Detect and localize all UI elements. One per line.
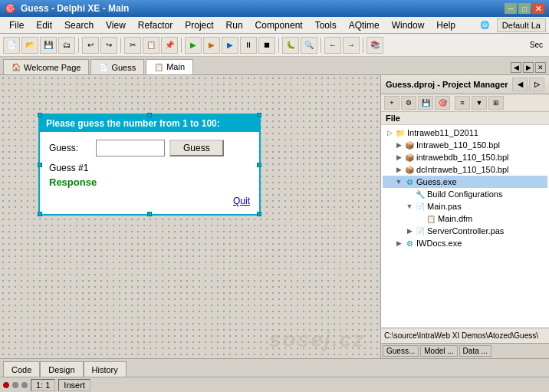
tree-item-intraweb110[interactable]: ▶ 📦 Intraweb_110_150.bpl <box>383 139 547 151</box>
guess-number: Guess #1 <box>49 163 250 173</box>
panel-view-btn[interactable]: ≡ <box>455 96 470 110</box>
panel-footer-path: C:\source\IntraWeb XI Demos\Atozed\Guess… <box>383 331 540 340</box>
guess-input[interactable] <box>96 140 165 156</box>
expand-server-controller[interactable]: ▶ <box>404 227 415 235</box>
toolbar-forward[interactable]: → <box>343 37 360 54</box>
title-bar: 🎯 Guess - Delphi XE - Main ─ □ ✕ <box>0 0 549 17</box>
menu-search[interactable]: Search <box>58 18 100 32</box>
maximize-button[interactable]: □ <box>518 3 531 14</box>
toolbar-run3[interactable]: ▶ <box>222 37 238 54</box>
toolbar-run[interactable]: ▶ <box>185 37 202 54</box>
menu-component[interactable]: Component <box>249 18 309 32</box>
quit-link-text[interactable]: Quit <box>233 196 250 206</box>
toolbar-open[interactable]: 📂 <box>21 37 38 54</box>
toolbar-debug[interactable]: 🐛 <box>282 37 299 54</box>
form-guess-row: Guess: Guess <box>49 140 250 156</box>
menu-edit[interactable]: Edit <box>30 18 58 32</box>
panel-add-btn[interactable]: + <box>384 96 399 110</box>
guess-button[interactable]: Guess <box>169 140 224 156</box>
form-widget[interactable]: Please guess the number from 1 to 100: G… <box>38 114 261 216</box>
toolbar-paste[interactable]: 📌 <box>161 37 178 54</box>
menu-refactor[interactable]: Refactor <box>132 18 179 32</box>
panel-save-btn[interactable]: 💾 <box>418 96 433 110</box>
handle-tl <box>38 113 42 117</box>
panel-model-btn[interactable]: Model ... <box>420 345 457 357</box>
panel-data-btn[interactable]: Data ... <box>459 345 491 357</box>
toolbar-save-all[interactable]: 🗂 <box>58 37 75 54</box>
tab-controls: ◀ ▶ ✕ <box>511 62 546 73</box>
design-area: Please guess the number from 1 to 100: G… <box>0 75 380 358</box>
tree-view: ▷ 📁 Intraweb11_D2011 ▶ 📦 Intraweb_110_15… <box>381 125 549 328</box>
menu-help[interactable]: Help <box>430 18 462 32</box>
toolbar-save[interactable]: 💾 <box>40 37 57 54</box>
expand-dcintraweb[interactable]: ▶ <box>393 166 404 173</box>
menu-run[interactable]: Run <box>220 18 249 32</box>
tree-item-dcintraweb[interactable]: ▶ 📦 dcIntraweb_110_150.bpl <box>383 163 547 176</box>
tree-label-main-pas: Main.pas <box>427 202 462 211</box>
tab-scroll-right[interactable]: ▶ <box>523 62 534 73</box>
tree-label-main-dfm: Main.dfm <box>438 214 472 223</box>
toolbar-sec-label: Sec <box>530 41 546 49</box>
bottom-tab-design[interactable]: Design <box>40 361 83 377</box>
form-header: Please guess the number from 1 to 100: <box>40 115 259 132</box>
toolbar: 📄 📂 💾 🗂 ↩ ↪ ✂ 📋 📌 ▶ ▶ ▶ ⏸ ⏹ 🐛 🔍 ← → 📚 Se… <box>0 34 549 57</box>
panel-btn-2[interactable]: ▷ <box>529 77 544 91</box>
tree-item-intraweb[interactable]: ▷ 📁 Intraweb11_D2011 <box>383 127 547 139</box>
toolbar-copy[interactable]: 📋 <box>143 37 159 54</box>
tree-item-intrawebdb[interactable]: ▶ 📦 intrawebdb_110_150.bpl <box>383 151 547 163</box>
panel-settings-btn[interactable]: ⚙ <box>401 96 416 110</box>
icon-iwdocs: ⚙ <box>404 238 415 249</box>
tab-main[interactable]: 📋 Main <box>146 59 193 74</box>
expand-intraweb[interactable]: ▷ <box>384 129 395 137</box>
expand-iwdocs[interactable]: ▶ <box>393 239 404 247</box>
toolbar-stop[interactable]: ⏹ <box>258 37 275 54</box>
menu-project[interactable]: Project <box>179 18 219 32</box>
bottom-tab-code[interactable]: Code <box>3 361 40 377</box>
panel-guess-btn[interactable]: Guess... <box>383 345 419 357</box>
panel-toolbar: + ⚙ 💾 🎯 ≡ ▼ ⊞ <box>381 94 549 112</box>
tab-welcome-icon: 🏠 <box>12 63 21 71</box>
icon-dcintraweb: 📦 <box>404 164 415 175</box>
panel-btn-1[interactable]: ◀ <box>512 77 528 91</box>
tab-guess[interactable]: 📄 Guess <box>90 59 144 74</box>
toolbar-redo[interactable]: ↪ <box>100 37 117 54</box>
icon-build-configs: 🔧 <box>415 189 426 199</box>
status-mode: Insert <box>58 379 90 391</box>
tree-item-main-dfm[interactable]: 📋 Main.dfm <box>383 212 547 225</box>
toolbar-debug2[interactable]: 🔍 <box>301 37 317 54</box>
tab-welcome-label: Welcome Page <box>24 63 81 72</box>
minimize-button[interactable]: ─ <box>505 3 517 14</box>
bottom-tab-history[interactable]: History <box>84 361 127 377</box>
tree-item-guess-exe[interactable]: ▼ ⚙ Guess.exe <box>383 176 547 188</box>
tree-item-server-controller[interactable]: ▶ 📄 ServerController.pas <box>383 225 547 237</box>
expand-guess-exe[interactable]: ▼ <box>393 178 404 186</box>
toolbar-back[interactable]: ← <box>324 37 341 54</box>
toolbar-cut[interactable]: ✂ <box>124 37 141 54</box>
tab-close[interactable]: ✕ <box>535 62 546 73</box>
tree-item-main-pas[interactable]: ▼ 📄 Main.pas <box>383 200 547 212</box>
tree-item-build-configs[interactable]: 🔧 Build Configurations <box>383 188 547 200</box>
tree-label-build-configs: Build Configurations <box>427 189 502 199</box>
menu-window[interactable]: Window <box>386 18 431 32</box>
menu-aqtime[interactable]: AQtime <box>343 18 386 32</box>
toolbar-run2[interactable]: ▶ <box>203 37 220 54</box>
toolbar-help[interactable]: 📚 <box>367 37 383 54</box>
expand-intrawebdb[interactable]: ▶ <box>393 153 404 161</box>
tab-scroll-left[interactable]: ◀ <box>511 62 521 73</box>
tab-bar: 🏠 Welcome Page 📄 Guess 📋 Main ◀ ▶ ✕ <box>0 57 549 75</box>
toolbar-undo[interactable]: ↩ <box>82 37 99 54</box>
menu-file[interactable]: File <box>3 18 30 32</box>
tree-item-iwdocs[interactable]: ▶ ⚙ IWDocs.exe <box>383 237 547 249</box>
tab-welcome-page[interactable]: 🏠 Welcome Page <box>3 59 89 74</box>
panel-filter-btn[interactable]: ▼ <box>472 96 487 110</box>
close-button[interactable]: ✕ <box>532 3 544 14</box>
expand-intraweb110[interactable]: ▶ <box>393 141 404 149</box>
panel-expand-btn[interactable]: ⊞ <box>488 96 504 110</box>
menu-view[interactable]: View <box>100 18 132 32</box>
panel-target-btn[interactable]: 🎯 <box>435 96 450 110</box>
menu-tools[interactable]: Tools <box>309 18 343 32</box>
toolbar-pause[interactable]: ⏸ <box>240 37 257 54</box>
design-canvas[interactable]: Please guess the number from 1 to 100: G… <box>0 75 380 358</box>
expand-main-pas[interactable]: ▼ <box>404 203 415 210</box>
toolbar-new[interactable]: 📄 <box>3 37 20 54</box>
